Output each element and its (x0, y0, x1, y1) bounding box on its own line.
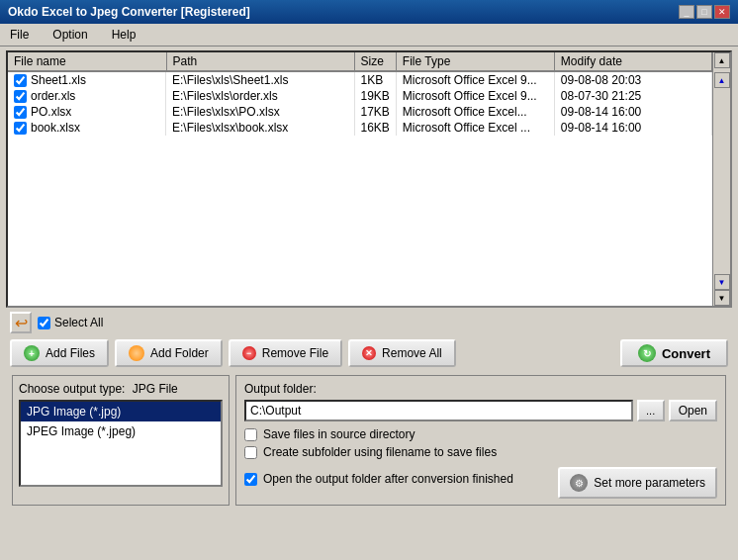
cell-type: Microsoft Office Excel 9... (396, 88, 554, 104)
menu-help[interactable]: Help (106, 26, 142, 44)
create-subfolder-row: Create subfolder using filename to save … (244, 445, 717, 459)
cell-date: 09-08-14 16:00 (554, 120, 711, 136)
back-icon: ↩ (15, 314, 28, 332)
add-files-label: Add Files (46, 346, 95, 360)
cell-filename: PO.xlsx (8, 104, 166, 120)
browse-label: ... (646, 405, 655, 417)
file-table: File name Path Size File Type Modify dat… (8, 52, 712, 136)
title-bar: Okdo Excel to Jpeg Converter [Registered… (0, 0, 738, 24)
create-subfolder-label: Create subfolder using filename to save … (263, 445, 497, 459)
cell-size: 19KB (354, 88, 396, 104)
col-filetype: File Type (396, 52, 554, 71)
open-folder-button[interactable]: Open (669, 400, 717, 421)
row-checkbox-1[interactable] (14, 90, 27, 103)
bottom-nav: ↩ Select All (6, 308, 732, 337)
cell-size: 1KB (354, 71, 396, 88)
col-size: Size (354, 52, 396, 71)
window-title: Okdo Excel to Jpeg Converter [Registered… (8, 5, 250, 19)
cell-size: 16KB (354, 120, 396, 136)
window-controls: _ □ ✕ (679, 5, 730, 19)
remove-file-icon: − (242, 346, 256, 360)
menu-option[interactable]: Option (46, 26, 93, 44)
convert-icon: ↻ (638, 344, 656, 362)
cell-filename: book.xlsx (8, 120, 166, 136)
add-folder-icon (129, 345, 144, 361)
cell-date: 08-07-30 21:25 (554, 88, 711, 104)
lower-panel: Choose output type: JPG File JPG Image (… (6, 371, 732, 510)
save-source-label: Save files in source directory (263, 427, 415, 441)
convert-label: Convert (662, 346, 710, 361)
maximize-button[interactable]: □ (696, 5, 712, 19)
select-all-label[interactable]: Select All (38, 316, 103, 329)
output-type-label: Choose output type: JPG File (19, 382, 223, 396)
output-folder-input[interactable] (244, 400, 633, 421)
toolbar: + Add Files Add Folder − Remove File ✕ R… (6, 337, 732, 371)
cell-path: E:\Files\xlsx\book.xlsx (166, 120, 354, 136)
cell-path: E:\Files\xls\order.xls (166, 88, 354, 104)
add-files-button[interactable]: + Add Files (10, 339, 109, 367)
scroll-up-btn[interactable]: ▲ (714, 72, 730, 88)
menu-bar: File Option Help (0, 24, 738, 47)
create-subfolder-checkbox[interactable] (244, 446, 257, 459)
browse-button[interactable]: ... (637, 400, 665, 421)
remove-file-button[interactable]: − Remove File (229, 339, 342, 367)
output-type-box: Choose output type: JPG File JPG Image (… (12, 375, 230, 506)
remove-all-label: Remove All (382, 346, 442, 360)
col-filename: File name (8, 52, 166, 71)
cell-filename: Sheet1.xls (8, 72, 166, 88)
row-checkbox-2[interactable] (14, 106, 27, 119)
scroll-down-btn[interactable]: ▼ (714, 274, 730, 290)
output-type-list[interactable]: JPG Image (*.jpg)JPEG Image (*.jpeg) (19, 400, 223, 487)
main-content: File name Path Size File Type Modify dat… (0, 47, 738, 513)
convert-button[interactable]: ↻ Convert (620, 339, 728, 367)
output-right-panel: Output folder: ... Open Save files in so… (235, 375, 726, 506)
remove-all-icon: ✕ (362, 346, 376, 360)
output-folder-row: ... Open (244, 400, 717, 421)
last-row: Open the output folder after conversion … (244, 463, 717, 499)
open-after-row: Open the output folder after conversion … (244, 472, 513, 486)
remove-file-label: Remove File (262, 346, 328, 360)
gear-icon: ⚙ (570, 474, 588, 492)
save-source-row: Save files in source directory (244, 427, 717, 441)
add-folder-label: Add Folder (150, 346, 209, 360)
cell-size: 17KB (354, 104, 396, 120)
scroll-bottom-btn[interactable]: ▼ (714, 290, 730, 306)
col-date: Modify date (554, 52, 711, 71)
table-row[interactable]: book.xlsx E:\Files\xlsx\book.xlsx 16KB M… (8, 120, 712, 136)
open-label: Open (679, 404, 707, 418)
row-checkbox-0[interactable] (14, 74, 27, 87)
cell-type: Microsoft Office Excel... (396, 104, 554, 120)
remove-all-button[interactable]: ✕ Remove All (348, 339, 456, 367)
scroll-top-btn[interactable]: ▲ (714, 52, 730, 68)
col-path: Path (166, 52, 354, 71)
output-list-item[interactable]: JPG Image (*.jpg) (21, 402, 221, 421)
output-list-item[interactable]: JPEG Image (*.jpeg) (21, 421, 221, 441)
scrollbar-right[interactable]: ▲ ▲ ▼ ▼ (712, 52, 730, 306)
row-checkbox-3[interactable] (14, 122, 27, 135)
cell-path: E:\Files\xlsx\PO.xlsx (166, 104, 354, 120)
output-folder-label: Output folder: (244, 382, 717, 396)
cell-type: Microsoft Office Excel ... (396, 120, 554, 136)
select-all-checkbox[interactable] (38, 317, 50, 329)
cell-type: Microsoft Office Excel 9... (396, 71, 554, 88)
select-all-text: Select All (54, 316, 103, 329)
table-row[interactable]: order.xls E:\Files\xls\order.xls 19KB Mi… (8, 88, 712, 104)
file-table-container: File name Path Size File Type Modify dat… (6, 50, 732, 308)
cell-date: 09-08-08 20:03 (554, 71, 711, 88)
set-params-label: Set more parameters (594, 476, 705, 490)
save-source-checkbox[interactable] (244, 428, 257, 441)
table-row[interactable]: Sheet1.xls E:\Files\xls\Sheet1.xls 1KB M… (8, 71, 712, 88)
cell-filename: order.xls (8, 88, 166, 104)
open-after-checkbox[interactable] (244, 473, 257, 486)
close-button[interactable]: ✕ (714, 5, 730, 19)
add-files-icon: + (24, 345, 40, 361)
minimize-button[interactable]: _ (679, 5, 694, 19)
cell-date: 09-08-14 16:00 (554, 104, 711, 120)
cell-path: E:\Files\xls\Sheet1.xls (166, 71, 354, 88)
table-row[interactable]: PO.xlsx E:\Files\xlsx\PO.xlsx 17KB Micro… (8, 104, 712, 120)
set-params-button[interactable]: ⚙ Set more parameters (558, 467, 717, 499)
menu-file[interactable]: File (4, 26, 35, 44)
add-folder-button[interactable]: Add Folder (115, 339, 223, 367)
back-button[interactable]: ↩ (10, 312, 32, 333)
table-wrapper: File name Path Size File Type Modify dat… (8, 52, 730, 306)
